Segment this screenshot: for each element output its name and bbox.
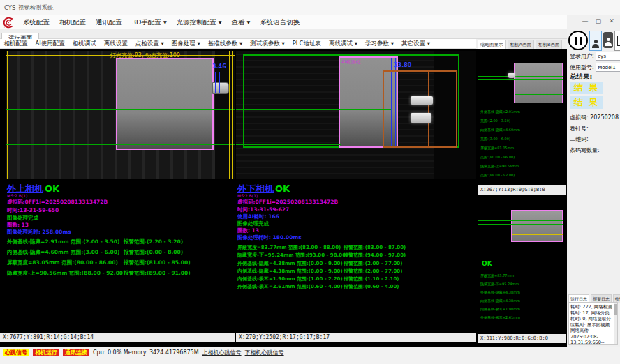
measurement-row: 屏蔽宽度=83.05mm 范围:(80.00 - 86.00) 报警范围:(81…: [7, 259, 126, 270]
maximize-icon[interactable]: ▢: [594, 17, 603, 24]
process-time: 图像处理耗时: 258.00ms: [7, 229, 71, 236]
thumb-tab-camera-a[interactable]: 相机A画面: [508, 40, 534, 49]
thumb-view-1[interactable]: 外侧基线-隐藏=2.91mm范围:(2.00 - 3.50)内侧基线-隐藏=4.…: [478, 50, 566, 185]
measurement-text: 外侧基线-极耳=2.61mm 范围:(0.60 - 4.00): [237, 284, 343, 289]
loop-count: 圈数: 13: [237, 227, 259, 234]
log-scroll-thumb[interactable]: [614, 304, 617, 315]
menu-item[interactable]: 光源控制配置 ▾: [172, 15, 227, 29]
alarm-range-text: 报警范围:(81.00 - 85.00): [124, 259, 191, 266]
left-result-panel: 外上相机OK MS:2.B(1) 虚拟码:0FF1i=2025020813313…: [7, 49, 236, 342]
toolbar-item[interactable]: 离线调试 ▾: [325, 39, 362, 48]
pause-icon: [580, 37, 582, 45]
overlay-green-line: [478, 224, 563, 225]
thumb-text-line: 外侧基线-隐藏=2.91mm: [480, 107, 520, 116]
tab-strip: 运行画面: [0, 29, 620, 39]
camera-name: 外下相机: [237, 183, 274, 194]
model-label: 使用型号:: [570, 64, 594, 70]
title-bar: CYS-视觉检测系统: [0, 0, 620, 15]
thumb-text-line: 外侧基线-隐藏=4.38mm: [480, 288, 520, 296]
measurement-text: 隐藏宽度-上=90.56mm 范围:(88.00 - 92.00): [7, 270, 126, 276]
window-title: CYS-视觉检测系统: [4, 4, 53, 11]
menu-item[interactable]: 系统配置: [18, 15, 54, 29]
login-user-button[interactable]: [589, 31, 602, 51]
measurement-row: 内侧基线-极耳=1.90mm 范围:(1.00 - 2.20) 报警范围:(1.…: [237, 275, 348, 283]
thumb-text-line: 内侧基线-隐藏=4.60mm: [480, 126, 520, 135]
toolbar-item[interactable]: 学习参数 ▾: [361, 39, 397, 48]
measurement-row: 外侧基线-极耳=2.61mm 范围:(0.60 - 4.00) 报警范围:(0.…: [237, 283, 348, 291]
thumb-tab-overview[interactable]: 缩略图显示: [478, 40, 506, 49]
measurement-row: 内侧基线-隐藏=4.60mm 范围:(3.00 - 6.00) 报警范围:(0.…: [7, 249, 126, 259]
result-box-2: 结 果: [570, 96, 603, 109]
alarm-range-text: 报警范围:(94.00 - 97.00): [344, 252, 406, 259]
toolbar-item[interactable]: 离线设置: [100, 39, 131, 48]
menu-item[interactable]: 查看 ▾: [226, 15, 255, 29]
right-panel: 登录用户: 使用型号: 总结果: 结 果 结 果 虚拟码: 20250208 卷…: [567, 29, 620, 347]
thumb-tab-strip: 缩略图显示 相机A画面 相机B画面: [478, 39, 566, 49]
model-input[interactable]: [596, 63, 620, 72]
login-user-input[interactable]: [596, 52, 620, 61]
thumb-view-2[interactable]: OK 屏蔽宽度=83.77mm隐藏宽度-下=95.24mm外侧基线-隐藏=4.3…: [478, 196, 566, 333]
thumb-text-line: 范围:(3.00 - 6.00): [480, 135, 520, 144]
thumb-tab-camera-b[interactable]: 相机B画面: [536, 40, 562, 49]
log-scrollbar[interactable]: [614, 303, 617, 344]
tape-highlight: [508, 73, 515, 78]
ai-time: 使用AI耗时: 166: [237, 213, 279, 220]
mid-coord-bar: X:270;Y:2502;R:17;G:17;B:17: [236, 333, 476, 342]
toolbar-item[interactable]: 基准线参数 ▾: [204, 39, 246, 48]
left-coord-bar: X:7677;Y:891;R:14;G:14;B:14: [0, 333, 235, 342]
capture-time: 时间:13-31-59-650: [7, 207, 59, 214]
status-bar: 心跳信号 相机运行 通讯连接 Cpu: 0.0% Memory: 3424.41…: [0, 347, 620, 364]
thumb-text-line: 内侧基线-隐藏=4.38mm: [480, 296, 520, 305]
thumb-status-ok: OK: [482, 260, 492, 267]
virtual-code-label: 虚拟码:: [570, 114, 589, 121]
toolbar-item[interactable]: 相机调试: [68, 39, 100, 48]
thumb-text-block: 外侧基线-隐藏=2.91mm范围:(2.00 - 3.50)内侧基线-隐藏=4.…: [480, 107, 520, 180]
mid-result-panel: 外下相机OK MS:2.B(1) 虚拟码:0FF1i=2025020813313…: [237, 49, 478, 342]
count-label: 条码写数量:: [570, 146, 600, 154]
result-box-1: 结 果: [570, 82, 603, 94]
toolbar-item[interactable]: 图像处理 ▾: [168, 39, 204, 48]
pause-button[interactable]: [568, 31, 588, 50]
close-icon[interactable]: ✕: [607, 17, 616, 24]
thumb-text-line: 范围:(80.00 - 86.00): [480, 153, 520, 162]
sub-code: MS:2.B(1): [7, 193, 27, 198]
virtual-code-row: 虚拟码: 20250208: [570, 114, 619, 121]
window-controls: — ▢ ✕: [581, 17, 616, 24]
measurement-text: 内侧基线-隐藏=4.60mm 范围:(3.00 - 6.00): [7, 249, 119, 255]
process-done: 图像处理完成: [7, 215, 38, 222]
user-icon: [605, 38, 612, 46]
thumb-text-line: 隐藏宽度-上=90.56mm: [480, 162, 520, 171]
thumb2-coord-bar: X:311;Y:980;R:0;G:0;B:0: [478, 334, 566, 343]
heartbeat-badge: 心跳信号: [3, 349, 29, 356]
alarm-range-text: 报警范围:(2.20 - 3.20): [124, 238, 183, 245]
minimize-icon[interactable]: —: [581, 17, 589, 24]
upper-camera-heartbeat-link[interactable]: 上相机心跳信号: [202, 349, 242, 356]
toolbar-item[interactable]: 测试项参数 ▾: [246, 39, 288, 48]
toolbar-item[interactable]: 其它设置 ▾: [397, 39, 434, 48]
toolbar-item[interactable]: AI使用配置: [31, 39, 68, 48]
log-area[interactable]: 耗时: 222, 网络检测耗时: 17, 网络分类耗时: 0, 网络提取分区耗时…: [568, 302, 618, 345]
overlay-green-line: [478, 76, 563, 77]
alarm-range-text: 报警范围:(89.00 - 91.00): [124, 270, 191, 277]
menu-item[interactable]: 3D手配置 ▾: [127, 15, 172, 29]
exit-button[interactable]: [614, 31, 620, 51]
measurement-list: 外侧基线-隐藏=2.91mm 范围:(2.00 - 3.50) 报警范围:(2.…: [7, 238, 126, 280]
toolbar-item[interactable]: 点检设置 ▾: [131, 39, 168, 48]
overlay-yellow-line: [512, 234, 563, 235]
menu-item[interactable]: 通讯配置: [91, 15, 127, 29]
menu-item[interactable]: 相机配置: [54, 15, 91, 29]
menu-item[interactable]: 系统语言切换: [255, 15, 304, 29]
toolbar-item[interactable]: 相机配置: [0, 39, 31, 48]
measurement-text: 屏蔽宽度=83.77mm 范围:(82.00 - 88.00): [237, 245, 341, 250]
user-manage-button[interactable]: [603, 32, 613, 48]
panel-buttons: [568, 31, 620, 51]
lower-camera-heartbeat-link[interactable]: 下相机心跳信号: [245, 349, 284, 356]
measurement-row: 屏蔽宽度=83.77mm 范围:(82.00 - 88.00) 报警范围:(83…: [237, 244, 348, 252]
thumb-text-line: 外侧基线-极耳=2.61mm: [480, 313, 520, 321]
app-window: CYS-视觉检测系统 — ▢ ✕ 系统配置相机配置通讯配置3D手配置 ▾光源控制…: [0, 0, 620, 364]
toolbar-item[interactable]: PLC地址表: [288, 39, 325, 48]
thumb-image: [511, 210, 563, 242]
thumb-image: [514, 63, 563, 103]
login-user-row: 登录用户:: [570, 52, 620, 61]
login-user-label: 登录用户:: [570, 53, 594, 59]
